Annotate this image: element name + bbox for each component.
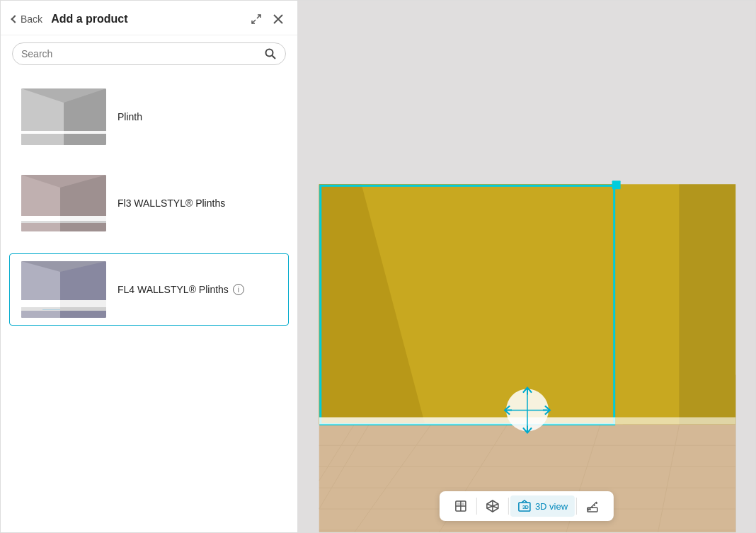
search-icon xyxy=(264,47,277,60)
svg-marker-25 xyxy=(21,307,60,311)
3d-view-button[interactable]: 3D 3D view xyxy=(510,495,575,517)
back-label: Back xyxy=(21,13,42,25)
toolbar-divider-2 xyxy=(508,498,509,515)
close-icon xyxy=(273,14,283,24)
back-chevron-icon xyxy=(11,15,18,23)
svg-text:3D: 3D xyxy=(522,505,529,510)
expand-button[interactable] xyxy=(248,11,265,28)
svg-marker-18 xyxy=(21,221,60,223)
svg-marker-24 xyxy=(60,300,106,307)
left-panel: Back Add a product xyxy=(1,1,298,532)
panel-title: Add a product xyxy=(51,13,242,25)
svg-marker-11 xyxy=(21,131,64,134)
product-thumb-fl3 xyxy=(21,175,106,231)
search-box xyxy=(12,42,286,65)
search-button[interactable] xyxy=(264,47,277,60)
measure-icon xyxy=(585,499,600,513)
svg-rect-54 xyxy=(612,180,621,189)
svg-marker-17 xyxy=(60,216,106,221)
product-name-fl3: Fl3 WALLSTYL® Plinths xyxy=(118,197,225,209)
search-container xyxy=(1,35,297,72)
search-input[interactable] xyxy=(21,48,264,59)
scene-3d: 3D 3D view xyxy=(298,1,755,532)
product-thumb-fl4 xyxy=(21,261,106,318)
svg-marker-26 xyxy=(60,307,106,311)
svg-marker-16 xyxy=(21,216,60,221)
scene-svg xyxy=(298,1,755,532)
back-button[interactable]: Back xyxy=(12,13,42,25)
panel-header: Back Add a product xyxy=(1,1,297,35)
svg-line-5 xyxy=(273,56,276,59)
product-thumb-plinth xyxy=(21,88,106,145)
svg-marker-55 xyxy=(319,417,616,424)
plinth-thumbnail xyxy=(21,88,106,145)
right-panel: 3D 3D view xyxy=(298,1,755,532)
product-item-fl3[interactable]: Fl3 WALLSTYL® Plinths xyxy=(9,167,289,239)
svg-marker-19 xyxy=(60,221,106,223)
isometric-view-icon xyxy=(486,499,500,513)
fl4-thumbnail xyxy=(21,261,106,318)
svg-line-71 xyxy=(588,502,597,510)
svg-marker-12 xyxy=(64,131,106,134)
product-item-fl4[interactable]: FL4 WALLSTYL® Plinths i xyxy=(9,253,289,326)
app-container: Back Add a product xyxy=(0,0,756,533)
measure-tool-button[interactable] xyxy=(578,495,607,517)
product-name-plinth: Plinth xyxy=(118,111,142,122)
svg-rect-64 xyxy=(462,503,464,505)
3d-view-label: 3D view xyxy=(535,501,568,512)
expand-icon xyxy=(251,13,262,25)
product-name-fl4: FL4 WALLSTYL® Plinths i xyxy=(118,284,244,295)
fl3-thumbnail xyxy=(21,175,106,231)
svg-marker-56 xyxy=(616,417,736,424)
info-icon-fl4[interactable]: i xyxy=(233,284,244,295)
svg-marker-27 xyxy=(42,309,60,310)
product-list: Plinth xyxy=(1,72,297,532)
svg-marker-52 xyxy=(679,184,735,424)
toolbar-divider-1 xyxy=(476,498,477,515)
bottom-toolbar: 3D 3D view xyxy=(440,491,614,521)
svg-point-4 xyxy=(266,50,273,57)
product-item-plinth[interactable]: Plinth xyxy=(9,81,289,153)
plan-view-icon xyxy=(454,499,468,513)
plan-view-button[interactable] xyxy=(447,495,475,517)
3d-view-icon: 3D xyxy=(517,499,532,513)
toolbar-divider-3 xyxy=(576,498,577,515)
close-button[interactable] xyxy=(270,11,286,27)
isometric-view-button[interactable] xyxy=(479,495,507,517)
svg-marker-23 xyxy=(21,300,60,307)
svg-rect-63 xyxy=(457,503,460,505)
